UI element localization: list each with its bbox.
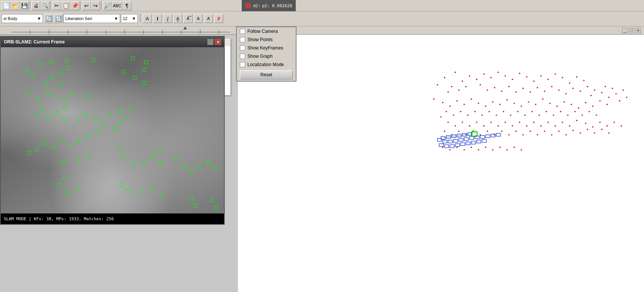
font-name-selector[interactable]: Liberation Seri ▼ xyxy=(63,14,120,23)
font-size-selector[interactable]: 12 ▼ xyxy=(121,14,138,23)
svg-point-91 xyxy=(467,114,469,116)
feature-point xyxy=(76,117,80,121)
svg-point-204 xyxy=(507,149,508,151)
show-graph-label: Show Graph xyxy=(247,54,273,59)
svg-point-65 xyxy=(514,103,515,104)
feature-point xyxy=(31,74,35,77)
feature-point xyxy=(142,161,146,164)
svg-point-18 xyxy=(490,77,492,79)
svg-point-112 xyxy=(454,125,456,127)
feature-point xyxy=(63,106,67,110)
underline-button[interactable]: A̲ xyxy=(173,14,182,23)
style-btn2[interactable]: 🔃 xyxy=(54,14,63,23)
show-keyframes-checkbox[interactable] xyxy=(240,45,245,51)
strikethrough-button[interactable]: A͞ xyxy=(184,14,193,23)
svg-rect-168 xyxy=(448,140,452,143)
feature-point xyxy=(63,176,67,179)
svg-point-103 xyxy=(553,114,554,116)
separator1 xyxy=(30,2,30,10)
preview-button[interactable]: 🔍 xyxy=(40,1,49,10)
map-minimize-button[interactable]: _ xyxy=(622,28,627,33)
follow-camera-item: Follow Camera xyxy=(237,27,296,36)
map-close-button[interactable]: ✕ xyxy=(636,28,641,33)
feature-point xyxy=(207,161,210,164)
svg-point-145 xyxy=(508,134,510,136)
feature-point xyxy=(159,193,163,196)
pilcrow-button[interactable]: ¶ xyxy=(122,1,131,10)
svg-line-173 xyxy=(443,137,448,138)
clear-format-button[interactable]: ✗ xyxy=(214,14,223,23)
feature-point xyxy=(142,81,146,85)
svg-point-110 xyxy=(440,116,442,118)
feature-point xyxy=(91,58,95,62)
cut-button[interactable]: ✂ xyxy=(52,1,61,10)
open-button[interactable]: 📂 xyxy=(11,1,20,10)
current-frame-window: ORB-SLAM2: Current Frame _ ✕ xyxy=(0,36,225,225)
feature-point xyxy=(131,57,135,60)
svg-point-14 xyxy=(462,80,463,82)
svg-point-157 xyxy=(594,132,595,134)
svg-point-83 xyxy=(622,90,624,91)
save-button[interactable]: 💾 xyxy=(20,1,29,10)
show-keyframes-label: Show KeyFrames xyxy=(247,45,283,51)
separator5 xyxy=(140,14,141,23)
svg-point-131 xyxy=(592,126,594,128)
svg-point-134 xyxy=(613,122,615,123)
minimize-button[interactable]: _ xyxy=(207,39,213,45)
text-body-selector[interactable]: xt Body ▼ xyxy=(2,14,43,23)
svg-point-94 xyxy=(488,111,490,112)
svg-point-15 xyxy=(469,75,470,77)
svg-rect-194 xyxy=(482,139,486,142)
show-points-checkbox[interactable] xyxy=(240,37,245,42)
svg-point-77 xyxy=(599,100,601,102)
feature-point xyxy=(63,117,67,121)
frame-status: SLAM MODE | KFs: 38, MPs: 1933, Matches:… xyxy=(1,213,224,224)
show-graph-checkbox[interactable] xyxy=(240,54,245,59)
follow-camera-checkbox[interactable] xyxy=(240,29,245,34)
svg-point-49 xyxy=(565,93,567,94)
svg-line-177 xyxy=(465,134,470,135)
svg-point-153 xyxy=(565,134,567,136)
camera-view xyxy=(1,47,224,213)
undo-button[interactable]: ↩ xyxy=(82,1,91,10)
feature-point xyxy=(139,189,142,193)
svg-point-198 xyxy=(463,149,465,151)
feature-point xyxy=(142,68,146,72)
feature-point xyxy=(88,94,91,98)
feature-point xyxy=(50,76,54,79)
svg-point-20 xyxy=(505,75,506,77)
svg-point-40 xyxy=(501,91,502,92)
reset-button[interactable]: Reset xyxy=(240,70,293,79)
feature-point xyxy=(182,164,186,168)
localization-mode-checkbox[interactable] xyxy=(240,62,245,67)
svg-point-138 xyxy=(458,130,460,132)
copy-button[interactable]: 📋 xyxy=(61,1,70,10)
superscript-button[interactable]: A xyxy=(194,14,203,23)
svg-rect-172 xyxy=(469,137,474,140)
svg-point-104 xyxy=(560,111,561,112)
paste-button[interactable]: 📌 xyxy=(70,1,79,10)
redo-button[interactable]: ↪ xyxy=(91,1,100,10)
map-restore-button[interactable]: □ xyxy=(629,28,634,33)
font-name-dropdown-icon: ▼ xyxy=(114,16,118,21)
svg-point-142 xyxy=(487,130,488,132)
show-keyframes-item: Show KeyFrames xyxy=(237,44,296,52)
feature-point xyxy=(84,113,88,117)
print-button[interactable]: 🖨 xyxy=(31,1,40,10)
new-button[interactable]: 📄 xyxy=(2,1,11,10)
italic-button[interactable]: I xyxy=(163,14,172,23)
find-button[interactable]: 🔎 xyxy=(103,1,112,10)
format-btn1[interactable]: A xyxy=(143,14,152,23)
close-button[interactable]: ✕ xyxy=(215,39,221,45)
feature-point xyxy=(50,60,54,64)
subscript-button[interactable]: A xyxy=(204,14,213,23)
style-btn1[interactable]: 🔄 xyxy=(44,14,53,23)
svg-point-85 xyxy=(605,86,606,87)
svg-point-149 xyxy=(537,134,538,136)
svg-point-59 xyxy=(471,98,472,100)
svg-point-158 xyxy=(601,129,602,130)
bold-button[interactable]: I xyxy=(153,14,162,23)
abc-button[interactable]: ABC xyxy=(112,1,122,10)
feature-point xyxy=(76,159,80,162)
feature-point xyxy=(37,96,40,100)
